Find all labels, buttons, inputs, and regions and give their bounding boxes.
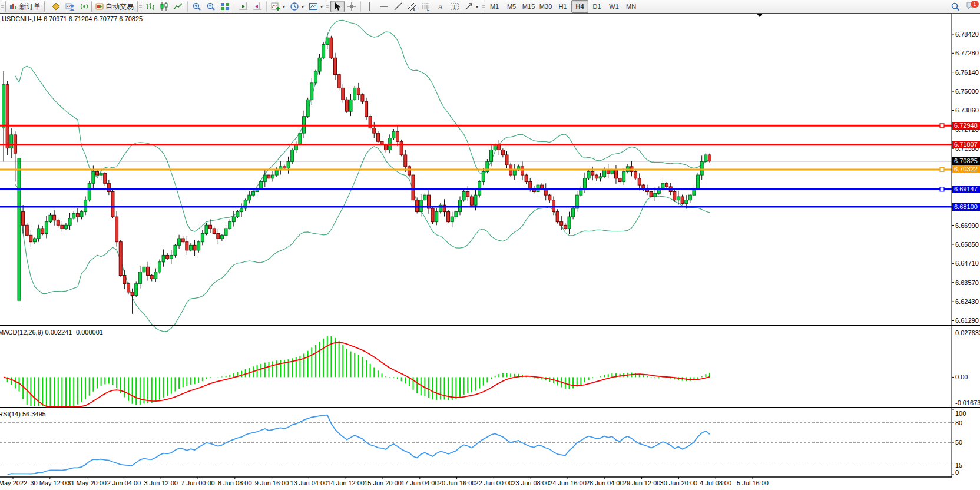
text-label-button[interactable]: T <box>448 1 462 12</box>
candle-body <box>174 245 177 255</box>
macd-axis-label: 0.00 <box>955 373 968 380</box>
horizontal-line-button[interactable] <box>377 1 391 12</box>
trendline-button[interactable] <box>391 1 405 12</box>
candle-body <box>263 175 266 181</box>
templates-button[interactable]: ▾ <box>306 1 325 12</box>
autotrading-button[interactable]: 自动交易 <box>91 1 138 12</box>
cursor-button[interactable] <box>330 1 345 12</box>
candle-body <box>229 222 231 229</box>
periods-button[interactable]: ▾ <box>287 1 306 12</box>
candle-body <box>541 185 544 188</box>
notifications-button[interactable]: 1 <box>966 1 978 12</box>
pane-divider[interactable] <box>0 407 980 408</box>
indicators-button[interactable]: ▾ <box>269 1 287 12</box>
timeframe-button-D1[interactable]: D1 <box>588 0 605 13</box>
tile-windows-button[interactable] <box>218 1 232 12</box>
candle-body <box>275 170 278 176</box>
arrows-icon <box>464 2 474 11</box>
candle-body <box>201 233 204 241</box>
arrows-button[interactable]: ▾ <box>462 1 481 12</box>
candle-body <box>501 150 504 155</box>
timeframe-button-H4[interactable]: H4 <box>571 0 588 13</box>
vertical-line-button[interactable] <box>363 1 377 12</box>
timeframe-button-W1[interactable]: W1 <box>605 0 623 13</box>
candle-body <box>197 242 200 250</box>
time-axis-label: 30 May 12:00 <box>30 479 69 486</box>
timeframe-button-M1[interactable]: M1 <box>486 0 503 13</box>
candle-body <box>213 229 216 234</box>
new-order-label: 新订单 <box>19 2 41 12</box>
rsi-indicator-label: RSI(14) 56.3495 <box>0 410 46 418</box>
pane-divider[interactable] <box>0 327 980 327</box>
timeframe-button-M30[interactable]: M30 <box>537 0 554 13</box>
text-button[interactable]: A <box>433 1 448 12</box>
indicators-icon <box>271 2 280 11</box>
candle-body <box>217 233 220 239</box>
candle-body <box>587 171 590 178</box>
candle-body <box>548 195 551 200</box>
chevron-down-icon: ▾ <box>302 4 304 9</box>
trading-terminal-window: 新订单 自动交易 <box>0 0 980 490</box>
candle-body <box>209 225 212 229</box>
candle-body <box>474 195 477 205</box>
candle-body <box>673 191 676 200</box>
candlestick-chart-button[interactable] <box>157 1 171 12</box>
timeframe-button-M15[interactable]: M15 <box>520 0 537 13</box>
pane-divider[interactable] <box>0 325 980 326</box>
chart-shift-button[interactable] <box>250 1 264 12</box>
new-order-button[interactable]: 新订单 <box>5 1 45 12</box>
pane-divider[interactable] <box>0 409 980 409</box>
timeframe-button-H1[interactable]: H1 <box>554 0 571 13</box>
chart-shift-marker[interactable] <box>756 13 763 17</box>
timeframe-button-MN[interactable]: MN <box>623 0 640 13</box>
chevron-down-icon: ▾ <box>320 4 323 9</box>
fibonacci-button[interactable]: F <box>419 1 433 12</box>
macd-indicator-label: MACD(12,26,9) 0.002241 -0.000001 <box>0 329 103 336</box>
price-badge: 6.70825 <box>952 157 980 165</box>
search-button[interactable] <box>948 1 962 12</box>
toolbar-grip <box>1 2 4 11</box>
market-watch-button[interactable] <box>49 1 63 12</box>
toolbar: 新订单 自动交易 <box>0 0 980 14</box>
time-axis-label: 28 Jun 04:00 <box>586 479 624 486</box>
candle-body <box>193 245 196 250</box>
candle-body <box>373 128 376 134</box>
tile-windows-icon <box>220 2 230 11</box>
candle-body <box>37 229 40 239</box>
price-tick-label: 6.62430 <box>955 298 979 305</box>
candle-body <box>107 183 110 191</box>
chart-canvas[interactable] <box>0 0 980 490</box>
line-chart-button[interactable] <box>171 1 186 12</box>
zoom-out-button[interactable] <box>204 1 218 12</box>
candle-body <box>57 220 59 226</box>
zoom-in-button[interactable] <box>190 1 204 12</box>
equidistant-channel-button[interactable]: E <box>405 1 419 12</box>
timeframe-button-M5[interactable]: M5 <box>503 0 520 13</box>
time-axis-label: 3 Jun 12:00 <box>144 479 178 486</box>
candle-body <box>447 212 450 222</box>
vertical-line-icon <box>365 2 375 11</box>
candle-body <box>33 239 36 242</box>
candle-body <box>232 217 235 222</box>
candle-body <box>6 85 9 148</box>
price-tick-label: 6.76140 <box>955 69 979 76</box>
line-handle[interactable] <box>940 124 944 128</box>
candle-body <box>614 170 617 178</box>
timeframe-toolbar: M1M5M15M30H1H4D1W1MN <box>486 0 640 13</box>
candle-body <box>513 170 516 176</box>
profiles-button[interactable] <box>63 1 77 12</box>
auto-scroll-button[interactable] <box>236 1 250 12</box>
separator <box>47 1 47 12</box>
time-axis-label: 5 Jul 16:00 <box>737 479 769 486</box>
connectivity-button[interactable] <box>77 1 91 12</box>
time-axis-label: 22 Jun 00:00 <box>475 479 513 486</box>
candle-body <box>2 85 5 128</box>
candle-body <box>127 284 130 292</box>
bar-chart-button[interactable] <box>143 1 157 12</box>
candle-body <box>260 181 263 188</box>
line-handle[interactable] <box>940 187 944 191</box>
candle-body <box>240 208 243 212</box>
line-handle[interactable] <box>940 167 944 171</box>
price-badge: 6.71807 <box>952 141 980 148</box>
crosshair-button[interactable] <box>345 1 359 12</box>
